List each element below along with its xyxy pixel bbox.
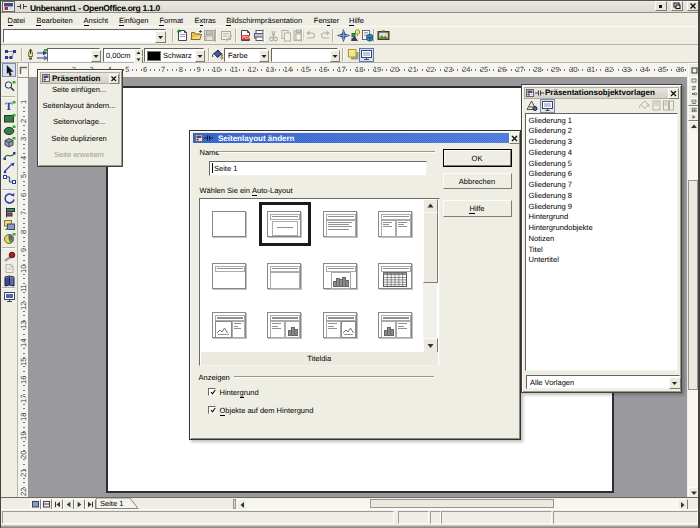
svg-text:PDF: PDF	[242, 35, 251, 40]
svg-text:Seite 1: Seite 1	[100, 499, 123, 508]
svg-text:T: T	[5, 101, 13, 113]
